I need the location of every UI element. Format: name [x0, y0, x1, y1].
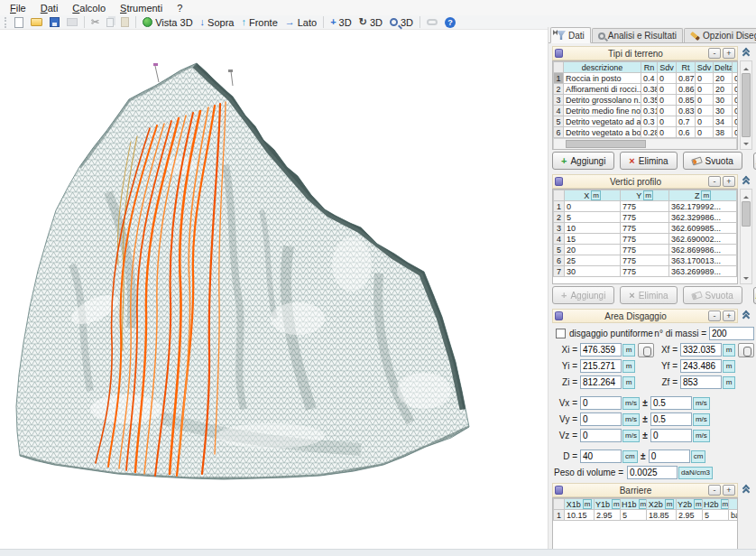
table-row[interactable]: 625775363.170013...	[554, 255, 737, 266]
table-cell[interactable]: 18.85	[647, 510, 677, 521]
pan-3d-button[interactable]: +3D	[327, 15, 355, 29]
vertici-vertical-scrollbar[interactable]	[740, 189, 752, 284]
rotate-3d-button[interactable]: ↻3D	[355, 15, 386, 29]
table-cell[interactable]: 0	[696, 127, 714, 138]
table-cell[interactable]: 0.3	[641, 116, 658, 127]
table-row[interactable]: 2Affioramenti di rocci...0.3800.860200	[554, 84, 739, 95]
table-row[interactable]: 730775363.269989...	[554, 266, 737, 277]
table-cell[interactable]: 34	[714, 116, 733, 127]
menu-calcolo[interactable]: Calcolo	[65, 2, 113, 14]
table-cell[interactable]: 15	[565, 234, 621, 245]
table-cell[interactable]: 0.86	[677, 84, 696, 95]
vy-dev-input[interactable]	[650, 412, 692, 426]
col-x1b[interactable]: X1bm	[565, 499, 595, 510]
table-cell[interactable]: 0.83	[677, 106, 696, 116]
tipi-svuota-button[interactable]: Svuota	[683, 152, 742, 170]
table-cell[interactable]: 0	[658, 116, 677, 127]
row-number-cell[interactable]: 2	[554, 84, 564, 95]
table-cell[interactable]: Detrito grossolano n...	[564, 95, 641, 106]
col-delta[interactable]: Delta	[714, 62, 733, 73]
massi-input[interactable]	[709, 327, 754, 340]
tipi-header[interactable]: Tipi di terreno - +	[552, 46, 738, 60]
save-button[interactable]	[46, 15, 63, 29]
menu-file[interactable]: File	[3, 2, 33, 14]
vz-dev-input[interactable]	[650, 429, 692, 442]
col-h2b[interactable]: H2bm	[703, 499, 729, 510]
table-cell[interactable]: 0.85	[677, 95, 696, 106]
tipi-aggiungi-button[interactable]: +Aggiungi	[552, 152, 614, 170]
col-y1b[interactable]: Y1bm	[595, 499, 621, 510]
col-h1b[interactable]: H1bm	[621, 499, 647, 510]
table-cell[interactable]: 362.869986...	[669, 245, 737, 255]
col-descrizione[interactable]: descrizio	[729, 499, 739, 510]
col-sdv2[interactable]: Sdv	[696, 62, 714, 73]
vertici-minimize-button[interactable]: -	[708, 176, 721, 187]
table-cell[interactable]: 20	[714, 84, 733, 95]
row-number-cell[interactable]: 7	[554, 266, 565, 277]
table-cell[interactable]: 363.269989...	[669, 266, 737, 277]
tipi-vertical-scrollbar[interactable]	[740, 60, 752, 150]
table-cell[interactable]: 2.95	[595, 510, 621, 521]
area-minimize-button[interactable]: -	[708, 310, 721, 321]
table-cell[interactable]: 775	[621, 245, 669, 255]
tipi-elimina-button[interactable]: ×Elimina	[620, 152, 677, 170]
table-cell[interactable]: 0.4	[641, 73, 658, 84]
table-row[interactable]: 310775362.609985...	[554, 223, 737, 234]
table-cell[interactable]: 25	[565, 255, 621, 266]
table-cell[interactable]: Detrito vegetato a bo...	[564, 127, 641, 138]
table-cell[interactable]: 0	[696, 73, 714, 84]
yf-input[interactable]	[680, 359, 722, 373]
area-header[interactable]: Area Disgaggio - +	[552, 309, 738, 323]
row-number-cell[interactable]: 1	[554, 201, 565, 212]
table-cell[interactable]: 0	[658, 73, 677, 84]
row-number-cell[interactable]: 4	[554, 234, 565, 245]
table-cell[interactable]: 775	[621, 223, 669, 234]
vx-input[interactable]	[580, 396, 622, 410]
table-cell[interactable]: 5	[565, 212, 621, 223]
disgaggio-puntiforme-checkbox[interactable]	[556, 329, 566, 338]
peso-input[interactable]	[627, 466, 678, 479]
row-number-cell[interactable]: 2	[554, 212, 565, 223]
col-descrizione[interactable]: descrizione	[564, 62, 641, 73]
table-cell[interactable]: barriera	[729, 510, 739, 521]
table-row[interactable]: 10775362.179992...	[554, 201, 737, 212]
zf-input[interactable]	[680, 375, 722, 389]
table-cell[interactable]: 0	[696, 84, 714, 95]
vertici-maximize-button[interactable]: +	[723, 176, 735, 187]
table-cell[interactable]: 5	[703, 510, 729, 521]
barriere-minimize-button[interactable]: -	[708, 485, 721, 496]
row-number-cell[interactable]: 1	[554, 73, 564, 84]
tab-opzioni-disegno[interactable]: Opzioni Disegno	[684, 28, 756, 42]
vz-input[interactable]	[580, 429, 622, 442]
table-cell[interactable]: 775	[621, 266, 669, 277]
table-row[interactable]: 415775362.690002...	[554, 234, 737, 245]
barriere-header[interactable]: Barriere - +	[552, 483, 738, 497]
table-cell[interactable]: 5	[621, 510, 647, 521]
table-cell[interactable]: 0.87	[677, 73, 696, 84]
menu-help[interactable]: ?	[170, 2, 189, 14]
col-rt[interactable]: Rt	[677, 62, 696, 73]
table-cell[interactable]: 0	[658, 106, 677, 116]
table-cell[interactable]: 0	[696, 106, 714, 116]
row-number-cell[interactable]: 1	[554, 510, 565, 521]
table-cell[interactable]: 30	[714, 106, 733, 116]
zi-input[interactable]	[580, 375, 622, 389]
table-cell[interactable]: 0	[658, 95, 677, 106]
row-number-cell[interactable]: 5	[554, 245, 565, 255]
col-y[interactable]: Ym	[621, 190, 669, 201]
table-cell[interactable]: Affioramenti di rocci...	[564, 84, 641, 95]
row-number-cell[interactable]: 6	[554, 127, 564, 138]
row-number-cell[interactable]: 3	[554, 95, 564, 106]
barriere-maximize-button[interactable]: +	[723, 485, 735, 496]
lato-button[interactable]: →Lato	[281, 15, 320, 29]
table-cell[interactable]: 362.609985...	[669, 223, 737, 234]
table-cell[interactable]: 775	[621, 255, 669, 266]
row-number-cell[interactable]: 4	[554, 106, 564, 116]
table-cell[interactable]: 30	[714, 95, 733, 106]
tipi-maximize-button[interactable]: +	[723, 48, 735, 59]
table-cell[interactable]: 0.7	[677, 116, 696, 127]
vy-input[interactable]	[580, 412, 622, 426]
table-cell[interactable]: 0	[658, 127, 677, 138]
xi-input[interactable]	[580, 343, 622, 357]
table-row[interactable]: 110.152.95518.852.955barriera	[554, 510, 739, 521]
